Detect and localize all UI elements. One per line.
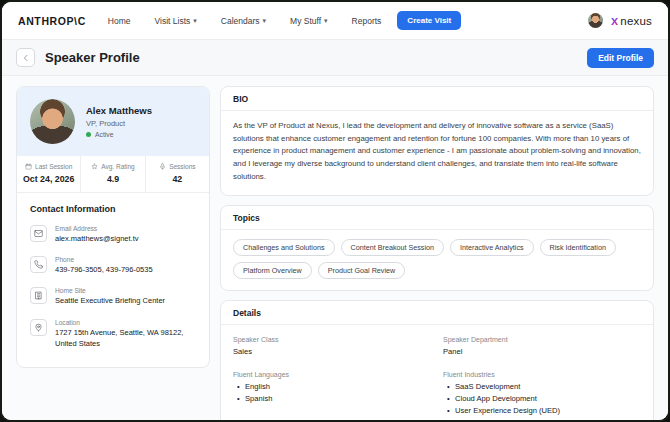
nav-menu: Home Visit Lists Calendars My Stuff Repo…: [108, 16, 382, 26]
building-icon: [34, 291, 43, 300]
calendar-icon: [25, 163, 32, 170]
field-speaker-department: Speaker Department Panel: [443, 336, 641, 356]
speaker-profile-card: Alex Matthews VP, Product Active Last Se…: [16, 86, 210, 368]
bio-text: As the VP of Product at Nexus, I lead th…: [221, 111, 653, 195]
stat-label: Avg. Rating: [101, 163, 134, 170]
status-label: Active: [95, 131, 114, 138]
topic-chip[interactable]: Interactive Analytics: [450, 239, 534, 256]
nav-item-visit-lists[interactable]: Visit Lists: [155, 16, 197, 26]
mail-icon: [34, 229, 43, 238]
field-list: English Spanish: [233, 381, 431, 405]
topic-chip[interactable]: Product Goal Review: [318, 262, 406, 279]
stat-value: 4.9: [83, 174, 142, 184]
status-badge: Active: [86, 131, 152, 138]
anthropic-logo: ANTHROP\C: [18, 15, 86, 27]
back-button[interactable]: [16, 48, 35, 67]
stat-last-session: Last Session Oct 24, 2026: [17, 156, 80, 192]
field-fluent-languages: Fluent Languages English Spanish: [233, 371, 431, 417]
edit-profile-button[interactable]: Edit Profile: [587, 48, 654, 68]
page-title: Speaker Profile: [45, 50, 140, 65]
topics-title: Topics: [221, 206, 653, 230]
nav-item-my-stuff[interactable]: My Stuff: [290, 16, 328, 26]
field-label: Fluent Languages: [233, 371, 431, 378]
stat-label: Last Session: [35, 163, 72, 170]
top-navbar: ANTHROP\C Home Visit Lists Calendars My …: [2, 2, 668, 40]
field-list: SaaS Development Cloud App Development U…: [443, 381, 641, 416]
contact-label: Phone: [55, 256, 153, 263]
details-title: Details: [221, 301, 653, 325]
stat-avg-rating: Avg. Rating 4.9: [80, 156, 144, 192]
contact-label: Location: [55, 319, 196, 326]
contact-value: 1727 15th Avenue, Seattle, WA 98122, Uni…: [55, 328, 196, 350]
contact-value: Seattle Executive Briefing Center: [55, 296, 165, 307]
main-content: Alex Matthews VP, Product Active Last Se…: [2, 76, 668, 420]
contact-label: Email Address: [55, 225, 138, 232]
stat-value: 42: [148, 174, 207, 184]
phone-icon: [34, 260, 43, 269]
speaker-role: VP, Product: [86, 119, 152, 128]
contact-information-title: Contact Information: [30, 204, 196, 214]
list-item: SaaS Development: [443, 381, 641, 393]
nav-item-reports[interactable]: Reports: [352, 16, 382, 26]
list-item: English: [233, 381, 431, 393]
list-item: Cloud App Development: [443, 393, 641, 405]
page-header: Speaker Profile Edit Profile: [2, 40, 668, 76]
navbar-right: x nexus: [588, 13, 652, 28]
nav-item-home[interactable]: Home: [108, 16, 131, 26]
right-column: BIO As the VP of Product at Nexus, I lea…: [220, 86, 654, 420]
chevron-left-icon: [22, 54, 30, 62]
stats-row: Last Session Oct 24, 2026 Avg. Rating 4.…: [17, 156, 209, 193]
user-avatar[interactable]: [588, 13, 603, 28]
topic-chip[interactable]: Challenges and Solutions: [233, 239, 335, 256]
topic-chip[interactable]: Platform Overview: [233, 262, 312, 279]
stat-sessions: Sessions 42: [145, 156, 209, 192]
field-fluent-industries: Fluent Industries SaaS Development Cloud…: [443, 371, 641, 417]
field-label: Speaker Department: [443, 336, 641, 343]
create-visit-button[interactable]: Create Visit: [397, 11, 461, 30]
topic-chip[interactable]: Risk Identification: [540, 239, 616, 256]
nav-item-calendars[interactable]: Calendars: [221, 16, 266, 26]
speaker-avatar: [30, 99, 75, 144]
nexus-x-icon: x: [611, 14, 618, 27]
bio-card: BIO As the VP of Product at Nexus, I lea…: [220, 86, 654, 196]
map-pin-icon: [34, 323, 43, 332]
details-grid: Speaker Class Sales Speaker Department P…: [221, 325, 653, 420]
app-window: ANTHROP\C Home Visit Lists Calendars My …: [0, 0, 670, 422]
speaker-name: Alex Matthews: [86, 105, 152, 116]
nexus-logo: x nexus: [611, 14, 652, 27]
contact-value: 439-796-3505, 439-796-0535: [55, 265, 153, 276]
field-label: Fluent Industries: [443, 371, 641, 378]
nexus-wordmark: nexus: [620, 15, 652, 27]
topic-chip-list: Challenges and Solutions Content Breakou…: [221, 230, 653, 290]
topics-card: Topics Challenges and Solutions Content …: [220, 205, 654, 291]
field-value: Sales: [233, 347, 431, 356]
contact-item-location: Location 1727 15th Avenue, Seattle, WA 9…: [30, 319, 196, 350]
contact-information-section: Contact Information Email Address alex.m…: [17, 193, 209, 367]
stat-value: Oct 24, 2026: [19, 174, 78, 184]
active-dot-icon: [86, 132, 91, 137]
contact-value: alex.matthews@signet.tv: [55, 234, 138, 245]
profile-header: Alex Matthews VP, Product Active: [17, 87, 209, 156]
list-item: User Experience Design (UED): [443, 405, 641, 417]
details-card: Details Speaker Class Sales Speaker Depa…: [220, 300, 654, 420]
field-value: Panel: [443, 347, 641, 356]
stat-label: Sessions: [169, 163, 195, 170]
microphone-icon: [159, 163, 166, 170]
contact-item-home-site: Home Site Seattle Executive Briefing Cen…: [30, 287, 196, 307]
field-speaker-class: Speaker Class Sales: [233, 336, 431, 356]
bio-title: BIO: [221, 87, 653, 111]
contact-label: Home Site: [55, 287, 165, 294]
list-item: Spanish: [233, 393, 431, 405]
topic-chip[interactable]: Content Breakout Session: [341, 239, 445, 256]
star-icon: [91, 163, 98, 170]
field-label: Speaker Class: [233, 336, 431, 343]
contact-item-phone: Phone 439-796-3505, 439-796-0535: [30, 256, 196, 276]
contact-item-email: Email Address alex.matthews@signet.tv: [30, 225, 196, 245]
